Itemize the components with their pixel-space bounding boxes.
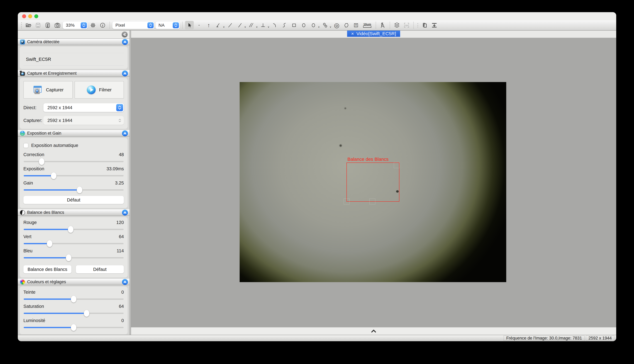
roi-resize-handle[interactable] bbox=[370, 198, 375, 204]
slider-thumb[interactable] bbox=[24, 229, 71, 230]
roi-resize-handle[interactable] bbox=[394, 162, 400, 168]
scale-bar-icon[interactable]: 10um bbox=[361, 21, 373, 30]
status-bar: Fréquence de l'Image: 30.0,Image: 7831 2… bbox=[18, 335, 616, 341]
text-tool-icon[interactable]: T bbox=[352, 21, 360, 30]
capture-button[interactable]: Capturer bbox=[24, 81, 73, 98]
gear-icon[interactable] bbox=[88, 21, 97, 30]
slider-thumb[interactable] bbox=[24, 257, 69, 258]
stepper-icon[interactable] bbox=[173, 22, 179, 28]
zoom-level-select[interactable]: 33% bbox=[63, 22, 88, 29]
info-icon[interactable]: i bbox=[98, 21, 107, 30]
gain-label: Gain bbox=[24, 180, 33, 186]
annulus-tool-icon[interactable] bbox=[321, 21, 330, 30]
polygon-tool-icon[interactable] bbox=[342, 21, 351, 30]
white-balance-default-button[interactable]: Défaut bbox=[76, 265, 124, 274]
hue-slider[interactable] bbox=[24, 298, 124, 300]
sidebar-resize-handle[interactable] bbox=[130, 30, 131, 335]
live-resolution-select[interactable]: 2592 x 1944 bbox=[43, 103, 124, 112]
camera-flash-icon[interactable] bbox=[43, 21, 52, 30]
unit-select[interactable]: Pixel bbox=[112, 22, 154, 29]
arrow-tool-icon[interactable]: ↑ bbox=[204, 21, 213, 30]
stepper-icon[interactable] bbox=[148, 22, 154, 28]
line-tool-icon[interactable] bbox=[226, 21, 234, 30]
toolbar-separator bbox=[110, 22, 110, 29]
panel-header-camera-detected[interactable]: Caméra détectée bbox=[18, 39, 130, 45]
circle-tool-icon[interactable] bbox=[309, 21, 318, 30]
collapse-panel-button[interactable] bbox=[122, 210, 128, 216]
minimize-window-button[interactable] bbox=[28, 14, 32, 18]
collapse-panel-button[interactable] bbox=[122, 70, 128, 76]
panel-header-capture[interactable]: Capture et Enregistrement bbox=[18, 70, 130, 77]
parallel-lines-tool[interactable]: ∨ bbox=[247, 21, 258, 30]
sidebar-collapse-button[interactable] bbox=[122, 32, 128, 38]
panel-header-colors[interactable]: Couleurs et réglages bbox=[18, 279, 130, 285]
parallel-lines-icon[interactable] bbox=[247, 21, 256, 30]
cursor-tool-icon[interactable] bbox=[185, 21, 194, 30]
csv-export-icon: CSV bbox=[402, 21, 411, 30]
collapse-panel-button[interactable] bbox=[122, 279, 128, 285]
slider-thumb[interactable] bbox=[24, 243, 50, 244]
exposure-slider[interactable] bbox=[24, 175, 124, 176]
white-balance-roi[interactable] bbox=[346, 162, 399, 202]
slider-thumb[interactable] bbox=[24, 327, 74, 328]
collapse-panel-button[interactable] bbox=[122, 39, 128, 45]
slider-thumb[interactable] bbox=[24, 298, 74, 300]
slider-thumb[interactable] bbox=[24, 313, 86, 314]
bottom-panel-toggle[interactable] bbox=[131, 327, 616, 335]
perpendicular-icon[interactable] bbox=[259, 21, 268, 30]
video-tab[interactable]: × Vidéo[Swift_EC5R] bbox=[347, 30, 400, 37]
angle-tool-icon[interactable] bbox=[214, 21, 223, 30]
line-options-tool-icon[interactable] bbox=[236, 21, 244, 30]
angle-tool[interactable]: ∨ bbox=[214, 21, 225, 30]
rectangle-tool-icon[interactable] bbox=[290, 21, 298, 30]
toolbar-drag-handle-icon bbox=[21, 22, 22, 28]
slider-thumb[interactable] bbox=[24, 161, 42, 162]
blue-slider[interactable] bbox=[24, 257, 124, 258]
red-slider[interactable] bbox=[24, 229, 124, 230]
concentric-circles-icon[interactable]: ◎ bbox=[332, 21, 341, 30]
close-tab-icon[interactable]: × bbox=[351, 31, 354, 36]
gain-slider[interactable] bbox=[24, 189, 124, 190]
layers-icon[interactable] bbox=[392, 21, 401, 30]
saturation-slider[interactable] bbox=[24, 313, 124, 314]
chevron-up-icon bbox=[370, 330, 377, 333]
record-button[interactable]: Filmer bbox=[74, 81, 124, 98]
arc-tool-icon[interactable] bbox=[270, 21, 279, 30]
white-balance-button[interactable]: Balance des Blancs bbox=[24, 265, 72, 274]
brightness-slider[interactable] bbox=[24, 327, 124, 328]
collapse-panel-button[interactable] bbox=[122, 130, 128, 136]
export-icon[interactable] bbox=[430, 21, 439, 30]
curve-tool-icon[interactable] bbox=[280, 21, 289, 30]
caliper-icon[interactable] bbox=[378, 21, 387, 30]
slider-thumb[interactable] bbox=[24, 189, 80, 190]
svg-text:T: T bbox=[355, 24, 357, 27]
close-window-button[interactable] bbox=[22, 14, 26, 18]
copy-icon[interactable] bbox=[420, 21, 429, 30]
na-select[interactable]: NA bbox=[156, 22, 180, 29]
green-slider[interactable] bbox=[24, 243, 124, 244]
panel-header-exposure[interactable]: Exposition et Gain bbox=[18, 130, 130, 136]
open-folder-icon[interactable] bbox=[24, 21, 33, 30]
slider-thumb[interactable] bbox=[24, 175, 54, 176]
blue-value: 114 bbox=[117, 248, 124, 254]
app-window: 33% i Pixel NA bbox=[18, 12, 616, 341]
perpendicular-tool[interactable]: ∨ bbox=[259, 21, 270, 30]
stepper-icon[interactable] bbox=[116, 104, 123, 111]
panel-header-white-balance[interactable]: Balance des Blancs bbox=[18, 209, 130, 216]
point-tool-icon[interactable] bbox=[195, 21, 204, 30]
line-options-tool[interactable]: ∨ bbox=[236, 21, 246, 30]
blue-label: Bleu bbox=[24, 248, 32, 254]
ellipse-tool-icon[interactable] bbox=[299, 21, 308, 30]
correction-slider[interactable] bbox=[24, 161, 124, 162]
annulus-tool[interactable]: ∨ bbox=[321, 21, 332, 30]
green-value: 64 bbox=[119, 234, 124, 239]
camera-list-item[interactable]: Swift_EC5R bbox=[24, 53, 124, 66]
camera-timer-icon[interactable] bbox=[53, 21, 62, 30]
auto-exposure-checkbox[interactable] bbox=[24, 143, 28, 148]
roi-resize-handle[interactable] bbox=[344, 198, 350, 204]
zoom-window-button[interactable] bbox=[34, 14, 38, 18]
panel-body-camera-detected: Swift_EC5R bbox=[18, 45, 130, 70]
exposure-default-button[interactable]: Défaut bbox=[24, 196, 124, 204]
stepper-icon[interactable] bbox=[81, 22, 87, 28]
circle-tool[interactable]: ∨ bbox=[309, 21, 320, 30]
